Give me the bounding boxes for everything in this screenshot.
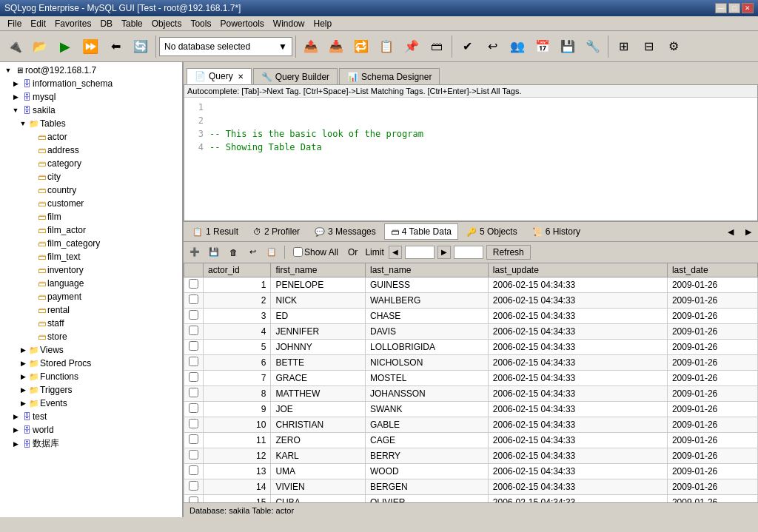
limit-start-input[interactable]: 0 [405, 246, 435, 259]
table-row[interactable]: 11ZEROCAGE2006-02-15 04:34:332009-01-26 [184, 433, 758, 448]
refresh-nav-button[interactable]: 🔄 [129, 35, 152, 58]
tree-node-category[interactable]: 🗃 category [3, 157, 179, 170]
row-checkbox[interactable] [189, 419, 198, 428]
tree-node-triggers[interactable]: ▶ 📁 Triggers [3, 383, 179, 397]
tree-node-city[interactable]: 🗃 city [3, 170, 179, 183]
row-checkbox[interactable] [189, 496, 198, 502]
sync-button[interactable]: 🔁 [349, 35, 373, 58]
row-checkbox[interactable] [189, 341, 198, 351]
tab-query-builder[interactable]: 🔧 Query Builder [253, 68, 338, 84]
table-row[interactable]: 7GRACEMOSTEL2006-02-15 04:34:332009-01-2… [184, 371, 758, 386]
add-row-button[interactable]: ➕ [187, 245, 203, 260]
menu-tools[interactable]: Tools [186, 18, 215, 30]
tree-node-film[interactable]: 🗃 film [3, 210, 179, 223]
tree-node-test[interactable]: ▶ 🗄 test [3, 410, 179, 423]
tree-node-film_category[interactable]: 🗃 film_category [3, 237, 179, 250]
table-row[interactable]: 15CUBAOLIVIER2006-02-15 04:34:332009-01-… [184, 495, 758, 503]
show-all-button[interactable]: Show All [289, 246, 342, 259]
backup-button[interactable]: 💾 [556, 35, 580, 58]
tree-node-mysql[interactable]: ▶ 🗄 mysql [3, 90, 179, 104]
tree-node-payment[interactable]: 🗃 payment [3, 290, 179, 303]
tab-5-objects[interactable]: 🔑 5 Objects [460, 223, 524, 240]
col-last_date[interactable]: last_date [667, 263, 757, 277]
row-checkbox[interactable] [189, 388, 198, 397]
tree-root-node[interactable]: ▼ 🖥 root@192.168.1.7 [3, 64, 179, 77]
row-checkbox[interactable] [189, 434, 198, 444]
tree-node-language[interactable]: 🗃 language [3, 277, 179, 290]
next-result-button[interactable]: ▶ [740, 224, 757, 239]
tab-schema-designer[interactable]: 📊 Schema Designer [339, 68, 440, 84]
limit-count-input[interactable]: 15 [454, 246, 483, 259]
prev-page-button[interactable]: ◀ [389, 246, 402, 259]
grid-button[interactable]: ⊞ [611, 35, 635, 58]
query-editor[interactable]: 1 2 3 4 -- This is the basic look of the… [184, 98, 757, 157]
table-row[interactable]: 4JENNIFERDAVIS2006-02-15 04:34:332009-01… [184, 324, 758, 340]
undo-button[interactable]: ↩ [244, 245, 261, 260]
tree-node-film_text[interactable]: 🗃 film_text [3, 250, 179, 263]
tree-node-staff[interactable]: 🗃 staff [3, 317, 179, 330]
new-connection-button[interactable]: 🔌 [3, 35, 27, 58]
tree-node-inventory[interactable]: 🗃 inventory [3, 263, 179, 277]
menu-help[interactable]: Help [309, 18, 337, 30]
maximize-button[interactable]: □ [728, 3, 740, 13]
table-row[interactable]: 13UMAWOOD2006-02-15 04:34:332009-01-26 [184, 464, 758, 479]
tree-node-rental[interactable]: 🗃 rental [3, 303, 179, 317]
menu-table[interactable]: Table [117, 18, 147, 30]
delete-row-button[interactable]: 🗑 [225, 245, 241, 260]
close-button[interactable]: ✕ [742, 3, 754, 13]
users-button[interactable]: 👥 [506, 35, 529, 58]
menu-db[interactable]: DB [95, 18, 117, 30]
col-last_update[interactable]: last_update [488, 263, 667, 277]
copy-button[interactable]: 📋 [375, 35, 398, 58]
table-row[interactable]: 8MATTHEWJOHANSSON2006-02-15 04:34:332009… [184, 386, 758, 402]
table-row[interactable]: 1PENELOPEGUINESS2006-02-15 04:34:332009-… [184, 277, 758, 293]
editor-content[interactable]: -- This is the basic look of the program… [207, 101, 757, 154]
row-checkbox[interactable] [189, 310, 198, 320]
row-checkbox[interactable] [189, 403, 198, 413]
row-checkbox[interactable] [189, 294, 198, 304]
commit-button[interactable]: ✔ [455, 35, 479, 58]
tree-node-shuji[interactable]: ▶ 🗄 数据库 [3, 437, 179, 451]
menu-powertools[interactable]: Powertools [215, 18, 268, 30]
tab-3-messages[interactable]: 💬 3 Messages [308, 223, 383, 240]
table-row[interactable]: 9JOESWANK2006-02-15 04:34:332009-01-26 [184, 402, 758, 417]
stop-button[interactable]: ⏩ [78, 35, 102, 58]
minimize-button[interactable]: — [715, 3, 727, 13]
tab-6-history[interactable]: 📜 6 History [526, 223, 587, 240]
tree-node-world[interactable]: ▶ 🗄 world [3, 423, 179, 437]
tab-2-profiler[interactable]: ⏱ 2 Profiler [246, 223, 306, 240]
tree-node-film_actor[interactable]: 🗃 film_actor [3, 223, 179, 237]
col-last_name[interactable]: last_name [365, 263, 488, 277]
col-first_name[interactable]: first_name [271, 263, 366, 277]
table-btn[interactable]: 🗃 [425, 35, 449, 58]
tree-node-functions[interactable]: ▶ 📁 Functions [3, 370, 179, 383]
menu-window[interactable]: Window [269, 18, 309, 30]
scheduler-button[interactable]: 📅 [531, 35, 554, 58]
query-tab-close[interactable]: ✕ [238, 73, 244, 81]
row-checkbox[interactable] [189, 279, 198, 289]
table-row[interactable]: 2NICKWAHLBERG2006-02-15 04:34:332009-01-… [184, 293, 758, 309]
row-checkbox[interactable] [189, 481, 198, 491]
table-row[interactable]: 6BETTENICHOLSON2006-02-15 04:34:332009-0… [184, 355, 758, 371]
row-checkbox[interactable] [189, 326, 198, 335]
settings-button[interactable]: ⚙ [662, 35, 685, 58]
row-checkbox[interactable] [189, 357, 198, 366]
tree-node-sakila[interactable]: ▼ 🗄 sakila [3, 104, 179, 117]
tree-node-actor[interactable]: 🗃 actor [3, 130, 179, 144]
execute-button[interactable]: ▶ [53, 35, 77, 58]
open-button[interactable]: 📂 [28, 35, 52, 58]
next-page-button[interactable]: ▶ [437, 246, 451, 259]
row-checkbox[interactable] [189, 372, 198, 382]
save-row-button[interactable]: 💾 [206, 245, 222, 260]
tree-node-events[interactable]: ▶ 📁 Events [3, 397, 179, 410]
table-row[interactable]: 5JOHNNYLOLLOBRIGIDA2006-02-15 04:34:3320… [184, 340, 758, 355]
tree-node-information_schema[interactable]: ▶ 🗄 information_schema [3, 77, 179, 90]
tree-node-country[interactable]: 🗃 country [3, 183, 179, 197]
row-checkbox[interactable] [189, 465, 198, 475]
row-checkbox[interactable] [189, 450, 198, 459]
db-selector[interactable]: No database selected ▼ [159, 37, 292, 56]
menu-file[interactable]: File [3, 18, 26, 30]
tab-4-table-data[interactable]: 🗃 4 Table Data [384, 223, 458, 240]
menu-edit[interactable]: Edit [26, 18, 50, 30]
show-all-checkbox[interactable] [293, 247, 303, 257]
